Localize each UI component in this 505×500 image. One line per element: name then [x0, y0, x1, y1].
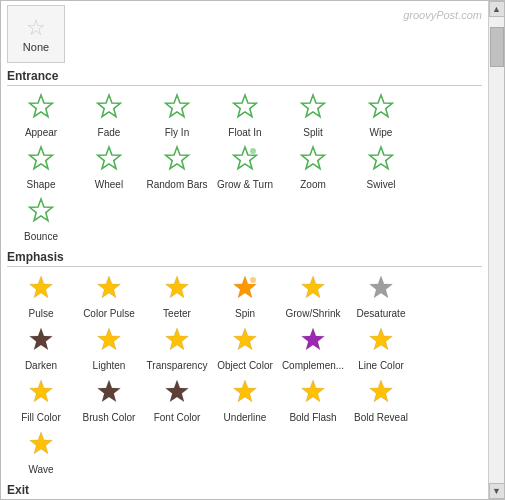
scrollbar[interactable]: ▲ ▼: [488, 1, 504, 499]
animation-item[interactable]: Teeter: [143, 271, 211, 323]
animation-label: Complemen...: [282, 360, 344, 372]
scroll-track: [489, 17, 504, 483]
animation-icon: [163, 326, 191, 358]
animation-label: Bold Flash: [289, 412, 336, 424]
watermark-text: groovyPost.com: [403, 9, 482, 21]
none-option[interactable]: ☆ None: [7, 5, 65, 63]
animation-icon: [27, 197, 55, 229]
scroll-up-button[interactable]: ▲: [489, 1, 505, 17]
animation-item[interactable]: Float In: [211, 90, 279, 142]
animation-icon: [299, 378, 327, 410]
animation-item[interactable]: Line Color: [347, 323, 415, 375]
animation-item[interactable]: Desaturate: [347, 271, 415, 323]
animation-icon: [27, 430, 55, 462]
animation-label: Wipe: [370, 127, 393, 139]
animation-item[interactable]: Fade: [75, 90, 143, 142]
svg-point-10: [250, 148, 256, 154]
animation-item[interactable]: Split: [279, 90, 347, 142]
animation-label: Split: [303, 127, 322, 139]
animation-label: Grow/Shrink: [285, 308, 340, 320]
animation-item[interactable]: Bold Reveal: [347, 375, 415, 427]
animation-item[interactable]: Brush Color: [75, 375, 143, 427]
animation-icon: [299, 93, 327, 125]
svg-marker-4: [302, 95, 325, 117]
scroll-down-button[interactable]: ▼: [489, 483, 505, 499]
section-emphasis: EmphasisPulseColor PulseTeeterSpinGrow/S…: [7, 250, 482, 479]
animation-icon: [367, 274, 395, 306]
svg-marker-19: [302, 276, 325, 298]
animation-icon: [163, 93, 191, 125]
svg-marker-27: [30, 380, 53, 402]
none-icon: ☆: [26, 15, 46, 41]
animation-icon: [27, 93, 55, 125]
animation-item[interactable]: Bold Flash: [279, 375, 347, 427]
animation-item[interactable]: Font Color: [143, 375, 211, 427]
animation-item[interactable]: Appear: [7, 90, 75, 142]
animation-icon: [163, 145, 191, 177]
animation-item[interactable]: Pulse: [7, 271, 75, 323]
animation-label: Bounce: [24, 231, 58, 243]
svg-marker-11: [302, 147, 325, 169]
animation-label: Fly In: [165, 127, 189, 139]
animation-icon: [367, 326, 395, 358]
svg-marker-28: [98, 380, 121, 402]
animation-label: Float In: [228, 127, 261, 139]
animation-item[interactable]: Grow & Turn: [211, 142, 279, 194]
animation-icon: [27, 274, 55, 306]
animation-icon: [367, 378, 395, 410]
animation-item[interactable]: Bounce: [7, 194, 75, 246]
animation-label: Fill Color: [21, 412, 60, 424]
animation-item[interactable]: Wipe: [347, 90, 415, 142]
animation-grid-1: PulseColor PulseTeeterSpinGrow/ShrinkDes…: [7, 271, 482, 479]
animation-item[interactable]: Fill Color: [7, 375, 75, 427]
animation-icon: [95, 93, 123, 125]
animation-icon: [27, 145, 55, 177]
svg-marker-15: [98, 276, 121, 298]
svg-marker-5: [370, 95, 393, 117]
svg-marker-32: [370, 380, 393, 402]
svg-point-18: [250, 277, 256, 283]
animation-item[interactable]: Wave: [7, 427, 75, 479]
animation-icon: [367, 93, 395, 125]
animation-item[interactable]: Darken: [7, 323, 75, 375]
animation-item[interactable]: Wheel: [75, 142, 143, 194]
animation-item[interactable]: Grow/Shrink: [279, 271, 347, 323]
svg-marker-22: [98, 328, 121, 350]
svg-marker-3: [234, 95, 257, 117]
animation-label: Random Bars: [146, 179, 207, 191]
svg-marker-1: [98, 95, 121, 117]
svg-marker-23: [166, 328, 189, 350]
animation-icon: [299, 145, 327, 177]
animation-item[interactable]: Object Color: [211, 323, 279, 375]
animation-item[interactable]: Random Bars: [143, 142, 211, 194]
animation-item[interactable]: Lighten: [75, 323, 143, 375]
svg-marker-31: [302, 380, 325, 402]
section-title-0: Entrance: [7, 69, 482, 86]
scroll-thumb[interactable]: [490, 27, 504, 67]
animation-icon: [163, 378, 191, 410]
animation-item[interactable]: Color Pulse: [75, 271, 143, 323]
animation-label: Pulse: [28, 308, 53, 320]
animation-item[interactable]: Spin: [211, 271, 279, 323]
svg-marker-6: [30, 147, 53, 169]
animation-item[interactable]: Transparency: [143, 323, 211, 375]
svg-marker-14: [30, 276, 53, 298]
animation-item[interactable]: Zoom: [279, 142, 347, 194]
svg-marker-20: [370, 276, 393, 298]
animation-label: Wheel: [95, 179, 123, 191]
animation-item[interactable]: Underline: [211, 375, 279, 427]
animation-item[interactable]: Swivel: [347, 142, 415, 194]
animation-item[interactable]: Fly In: [143, 90, 211, 142]
svg-marker-30: [234, 380, 257, 402]
animation-item[interactable]: Complemen...: [279, 323, 347, 375]
animation-label: Bold Reveal: [354, 412, 408, 424]
animation-label: Spin: [235, 308, 255, 320]
svg-marker-16: [166, 276, 189, 298]
animation-item[interactable]: Shape: [7, 142, 75, 194]
animation-icon: [95, 326, 123, 358]
animation-label: Darken: [25, 360, 57, 372]
section-exit: ExitDisappearFadeFly OutFloat OutSplitWi…: [7, 483, 482, 499]
none-label: None: [23, 41, 49, 53]
svg-marker-0: [30, 95, 53, 117]
svg-marker-7: [98, 147, 121, 169]
